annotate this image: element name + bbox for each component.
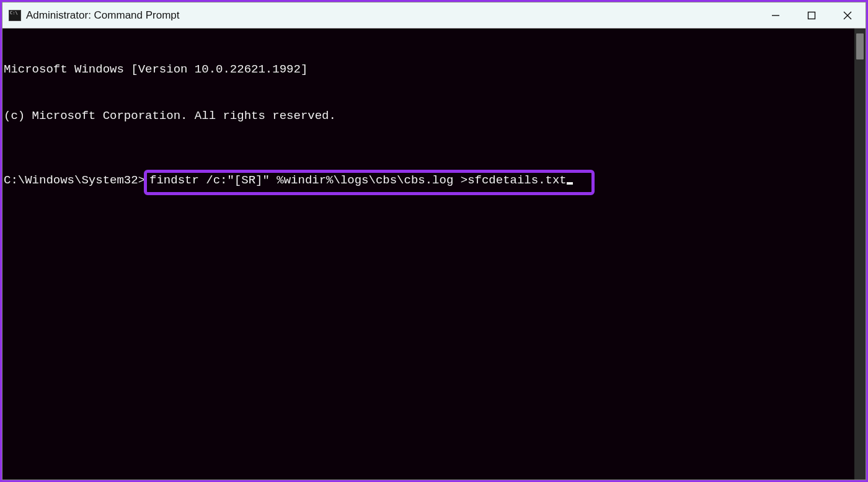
text-cursor [567, 182, 573, 185]
window-controls [758, 2, 866, 28]
close-icon [843, 11, 852, 20]
titlebar[interactable]: Administrator: Command Prompt [2, 2, 866, 28]
maximize-button[interactable] [794, 2, 830, 28]
console-area: Microsoft Windows [Version 10.0.22621.19… [2, 28, 866, 480]
window-title: Administrator: Command Prompt [26, 9, 180, 22]
typed-command: findstr /c:"[SR]" %windir%\logs\cbs\cbs.… [149, 173, 567, 188]
command-highlight-box: findstr /c:"[SR]" %windir%\logs\cbs\cbs.… [144, 170, 595, 195]
prompt-line: C:\Windows\System32>findstr /c:"[SR]" %w… [4, 170, 853, 195]
prompt-path: C:\Windows\System32> [4, 173, 145, 188]
maximize-icon [807, 11, 816, 20]
cmd-icon [9, 10, 21, 21]
close-button[interactable] [830, 2, 866, 28]
vertical-scrollbar[interactable] [854, 28, 866, 480]
copyright-line: (c) Microsoft Corporation. All rights re… [4, 108, 853, 124]
minimize-icon [771, 11, 780, 20]
title-left: Administrator: Command Prompt [9, 9, 180, 22]
minimize-button[interactable] [758, 2, 794, 28]
version-line: Microsoft Windows [Version 10.0.22621.19… [4, 62, 853, 77]
svg-rect-1 [808, 12, 815, 19]
scrollbar-thumb[interactable] [856, 33, 864, 59]
console-output[interactable]: Microsoft Windows [Version 10.0.22621.19… [2, 28, 854, 480]
command-prompt-window: Administrator: Command Prompt [2, 2, 866, 480]
